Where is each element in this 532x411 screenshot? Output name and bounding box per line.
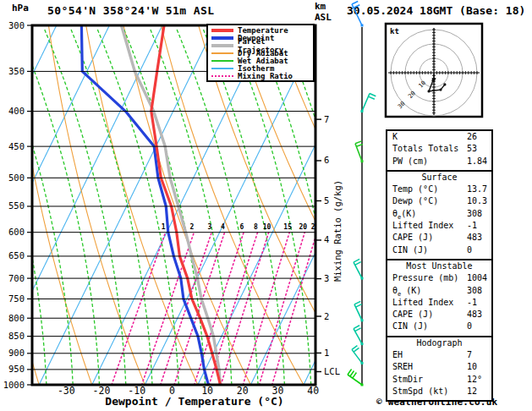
legend-line-sample xyxy=(211,36,233,40)
legend-line-sample xyxy=(211,75,233,77)
wind-barb-feather xyxy=(355,141,361,144)
pressure-tick-label: 1000 xyxy=(3,380,25,390)
wet-adiabat-line xyxy=(256,30,337,385)
stats-box-heading: Surface xyxy=(387,173,491,184)
stats-row: StmSpd (kt)12 xyxy=(387,386,491,398)
stats-box-heading: Most Unstable xyxy=(387,261,491,273)
stats-label: PW (cm) xyxy=(392,156,467,168)
mixing-ratio-value-label: 1 xyxy=(162,223,166,231)
pressure-tick-label: 850 xyxy=(8,331,25,341)
wind-barb-feather xyxy=(354,301,360,304)
pressure-tick-label: 600 xyxy=(8,227,25,237)
mixing-ratio-value-label: 3 xyxy=(207,223,211,231)
stats-row: SREH10 xyxy=(387,362,491,374)
wet-adiabat-line xyxy=(177,30,258,385)
stats-row: K26 xyxy=(387,132,491,144)
pressure-tick-label: 350 xyxy=(8,66,25,76)
km-tick-label: 7 xyxy=(324,114,329,124)
stats-label: Lifted Index xyxy=(392,221,467,233)
wet-adiabat-line xyxy=(282,30,364,385)
stats-value: 7 xyxy=(467,350,472,362)
wind-barb-feather xyxy=(348,369,352,375)
mixing-ratio-axis-title: Mixing Ratio (g/kg) xyxy=(332,180,343,282)
wind-barb-feather xyxy=(368,96,374,99)
legend-line-sample xyxy=(211,44,233,47)
stats-label: CAPE (J) xyxy=(392,310,467,321)
stats-value: 483 xyxy=(467,233,482,244)
wind-barb-shaft xyxy=(352,349,362,363)
wind-barb-feather xyxy=(355,262,361,266)
stats-value: 53 xyxy=(467,144,477,156)
legend-item-mixing-ratio: Mixing Ratio xyxy=(211,72,311,79)
wind-barb-feather xyxy=(370,94,376,96)
legend-box: TemperatureDewpointParcel TrajectoryDry … xyxy=(206,24,315,82)
temp-tick-label: -30 xyxy=(58,385,75,397)
wind-barb-shaft xyxy=(354,262,362,278)
stats-row: Totals Totals53 xyxy=(387,144,491,156)
skewt-sounding-app: hPa 50°54'N 358°24'W 51m ASL km ASL 30.0… xyxy=(0,0,532,411)
mixing-ratio-value-label: 2 xyxy=(190,223,195,231)
wind-barb-shaft xyxy=(354,329,362,344)
stats-label: StmDir xyxy=(392,375,467,386)
stats-label: θe (K) xyxy=(392,286,467,298)
pressure-tick-label: 950 xyxy=(8,364,25,374)
km-tick-label: 2 xyxy=(324,311,329,321)
legend-line-sample xyxy=(211,68,233,69)
wet-adiabat-line xyxy=(19,30,100,385)
mixing-ratio-value-label: 4 xyxy=(221,223,225,231)
stats-row: CAPE (J)483 xyxy=(387,233,491,244)
stats-value: 10 xyxy=(467,362,477,374)
stats-row: PW (cm)1.84 xyxy=(387,156,491,168)
mixing-ratio-value-label: 20 xyxy=(299,223,307,231)
stats-value: -1 xyxy=(467,298,477,310)
stats-label: CIN (J) xyxy=(392,321,467,333)
legend-line-sample xyxy=(211,29,233,32)
stats-row: Pressure (mb)1004 xyxy=(387,273,491,285)
km-tick-label: 6 xyxy=(324,155,329,165)
wind-barb xyxy=(352,2,364,27)
stats-value: 0 xyxy=(467,245,472,257)
wet-adiabat-line xyxy=(204,30,285,385)
km-tick-label: 4 xyxy=(324,234,329,244)
legend-line-sample xyxy=(211,52,233,54)
stats-box-heading: Hodograph xyxy=(387,338,491,350)
wind-barb xyxy=(361,94,376,112)
legend-item-label: Mixing Ratio xyxy=(238,72,293,80)
stats-value: 0 xyxy=(467,321,472,333)
wind-barb-feather xyxy=(354,5,359,8)
wet-adiabat-line xyxy=(230,30,311,385)
stats-label: Totals Totals xyxy=(392,144,467,156)
wind-barb-feather xyxy=(350,371,354,377)
pressure-tick-label: 750 xyxy=(8,293,25,304)
hodograph: 102030kt xyxy=(386,24,482,117)
stats-label: SREH xyxy=(392,362,467,374)
wind-barb-feather xyxy=(355,328,361,332)
wind-barb-shaft xyxy=(362,94,370,112)
pressure-tick-label: 300 xyxy=(8,20,25,30)
stats-value: 10.3 xyxy=(467,196,487,208)
hodograph-trace-point xyxy=(439,88,442,90)
wind-barb-shaft xyxy=(348,375,362,385)
wet-adiabat-line xyxy=(310,30,391,385)
stats-panels: K26Totals Totals53PW (cm)1.84SurfaceTemp… xyxy=(386,129,493,402)
stats-label: EH xyxy=(392,350,467,362)
stats-box-surface: SurfaceTemp (°C)13.7Dewp (°C)10.3θe(K)30… xyxy=(386,170,493,260)
stats-label: Temp (°C) xyxy=(392,184,467,196)
stats-row: θe (K)308 xyxy=(387,286,491,298)
dry-adiabat-line xyxy=(86,25,198,385)
stats-value: 308 xyxy=(467,286,482,298)
x-axis-title: Dewpoint / Temperature (°C) xyxy=(105,395,283,408)
stats-label: θe(K) xyxy=(392,209,467,221)
stats-value: 26 xyxy=(467,132,477,144)
mixing-ratio-value-label: 8 xyxy=(254,223,258,231)
pressure-tick-label: 900 xyxy=(8,348,25,358)
stats-label: Lifted Index xyxy=(392,298,467,310)
stats-value: 13.7 xyxy=(467,184,487,196)
stats-box-indices: K26Totals Totals53PW (cm)1.84 xyxy=(386,129,493,172)
hodograph-trace-point xyxy=(427,90,430,92)
stats-label: Pressure (mb) xyxy=(392,273,467,285)
stats-value: 12° xyxy=(467,375,482,386)
pressure-tick-label: 550 xyxy=(8,200,25,211)
temp-tick-label: 40 xyxy=(307,385,319,397)
stats-value: 483 xyxy=(467,310,482,321)
